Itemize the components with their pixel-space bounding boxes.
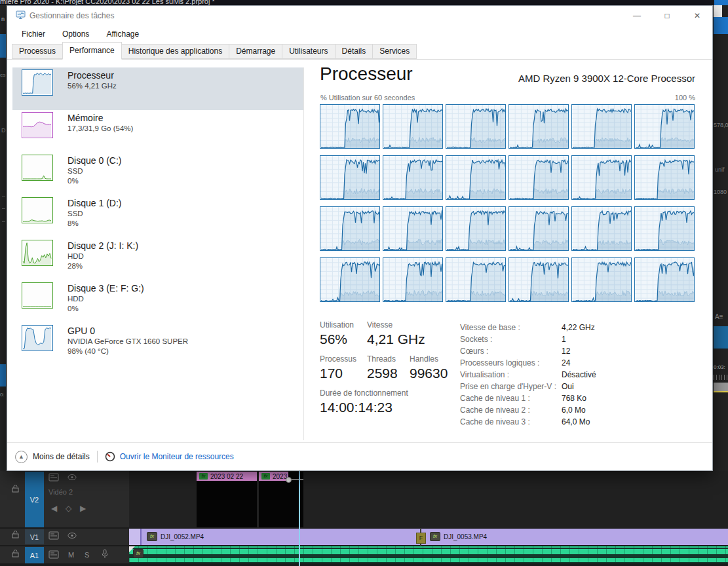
add-keyframe-icon[interactable]: ◇: [66, 504, 71, 513]
solo-track-button[interactable]: S: [85, 550, 89, 559]
sidebar-item-disque-2-j-i-k[interactable]: Disque 2 (J: I: K:)HDD28%: [12, 238, 303, 280]
toggle-track-output-eye-icon[interactable]: [67, 473, 77, 483]
graph-max-label: 100 %: [675, 94, 695, 102]
edge-fragment: 0:03:: [714, 364, 725, 370]
sidebar-item-processeur[interactable]: Processeur56% 4,21 GHz: [12, 67, 303, 110]
video-clip-2023-02-22[interactable]: fx 2023 02 22: [197, 472, 257, 481]
tm-title-bar[interactable]: Gestionnaire des tâches ― □ ✕: [7, 6, 712, 26]
track-target-v2[interactable]: V2: [25, 472, 44, 527]
audio-waveform-edge: [129, 546, 728, 548]
sidebar-mini-graph: [22, 155, 53, 181]
detail-label: Cache de niveau 1 :: [460, 394, 562, 403]
menu-options[interactable]: Options: [62, 29, 89, 39]
edge-yellow-line: [714, 391, 728, 392]
sidebar-item-disque-3-e-f-g[interactable]: Disque 3 (E: F: G:)HDD0%: [12, 280, 303, 323]
detail-cache-de-niveau-1: Cache de niveau 1 :768 Ko: [460, 392, 657, 404]
open-resource-monitor-link[interactable]: Ouvrir le Moniteur de ressources: [120, 452, 234, 461]
stat-label: Utilisation: [320, 320, 354, 330]
graph-axis-label: % Utilisation sur 60 secondes: [320, 94, 415, 102]
audio-waveform-band: [129, 558, 728, 562]
sidebar-item-text: GPU 0NVIDIA GeForce GTX 1660 SUPER98% (4…: [67, 325, 188, 356]
premiere-left-edge: n es D 0:: [0, 5, 7, 471]
lock-icon[interactable]: [12, 530, 19, 540]
edge-scroll-thumb[interactable]: [714, 383, 728, 391]
premiere-timeline: V2 Vidéo 2 ◀ ◇ ▶ V1 A1 M S fx 2023 02 22: [0, 471, 728, 566]
prev-keyframe-icon[interactable]: ◀: [51, 504, 57, 513]
detail-cache-de-niveau-2: Cache de niveau 2 :6,0 Mo: [460, 404, 657, 416]
tab-utilisateurs[interactable]: Utilisateurs: [282, 44, 335, 59]
premiere-right-edge: 578,0 unif 1080 A≡ 0:03:: [714, 5, 728, 471]
detail-value: 12: [562, 347, 570, 356]
panel-title: Processeur: [320, 64, 413, 85]
performance-panel: Processeur56% 4,21 GHzMémoire17,3/31,9 G…: [7, 60, 712, 443]
maximize-button[interactable]: □: [652, 6, 682, 26]
timeline-playhead[interactable]: [299, 471, 300, 566]
sidebar-mini-graph: [22, 197, 53, 223]
edge-tick: [2, 221, 5, 222]
fx-badge: fx: [133, 549, 144, 558]
tab-de-tails[interactable]: Détails: [335, 44, 374, 59]
sidebar-item-me-moire[interactable]: Mémoire17,3/31,9 Go (54%): [12, 110, 303, 153]
clip-edge: [140, 529, 142, 545]
timeline-style-icon[interactable]: [48, 550, 59, 561]
timeline-style-icon[interactable]: [48, 531, 59, 542]
sidebar-item-text: Disque 1 (D:)SSD8%: [67, 197, 121, 229]
stat-processus: Processus170: [320, 354, 356, 381]
cpu-model-name: AMD Ryzen 9 3900X 12-Core Processor: [518, 73, 695, 84]
edge-fragment: 578,0: [714, 122, 728, 128]
tab-de-marrage[interactable]: Démarrage: [229, 44, 282, 59]
track-name-video2[interactable]: Vidéo 2: [48, 488, 73, 496]
tab-services[interactable]: Services: [372, 44, 417, 59]
a1-audio-clip[interactable]: [129, 546, 728, 563]
chevron-up-icon[interactable]: ▲: [15, 451, 28, 463]
detail-value: 768 Ko: [562, 394, 586, 403]
stat-value: 4,21 GHz: [367, 331, 425, 347]
detail-value: 24: [562, 358, 570, 368]
tab-historique-des-applications[interactable]: Historique des applications: [121, 44, 229, 59]
next-keyframe-icon[interactable]: ▶: [80, 504, 86, 513]
voiceover-mic-icon[interactable]: [101, 549, 109, 561]
performance-sidebar: Processeur56% 4,21 GHzMémoire17,3/31,9 G…: [12, 67, 303, 366]
sidebar-item-disque-1-d[interactable]: Disque 1 (D:)SSD8%: [12, 195, 303, 238]
stat-value: 170: [320, 366, 356, 381]
mute-track-button[interactable]: M: [68, 550, 74, 559]
close-button[interactable]: ✕: [682, 6, 712, 26]
tab-processus[interactable]: Processus: [12, 44, 63, 59]
edge-white-block: [714, 5, 722, 17]
sidebar-item-detail: 28%: [67, 261, 138, 271]
minimize-button[interactable]: ―: [622, 6, 652, 26]
sidebar-item-gpu-0[interactable]: GPU 0NVIDIA GeForce GTX 1660 SUPER98% (4…: [12, 323, 303, 366]
fx-badge: fx: [430, 532, 440, 541]
timeline-style-icon[interactable]: [48, 473, 59, 483]
stat-utilisation: Utilisation56%: [320, 320, 354, 347]
panel-divider: [303, 67, 304, 440]
lock-icon[interactable]: [12, 549, 19, 559]
track-target-a1[interactable]: A1: [25, 547, 44, 563]
v1-clip-strip[interactable]: [129, 529, 728, 545]
sidebar-item-detail: HDD: [67, 294, 144, 304]
tab-performance[interactable]: Performance: [62, 42, 122, 60]
toggle-track-output-eye-icon[interactable]: [67, 531, 77, 542]
sidebar-mini-graph: [22, 325, 53, 351]
less-details-button[interactable]: Moins de détails: [33, 452, 90, 461]
track-target-v1[interactable]: V1: [25, 529, 44, 544]
menu-fichier[interactable]: Fichier: [22, 29, 45, 39]
edge-fragment: unif: [715, 166, 725, 173]
sidebar-item-disque-0-c[interactable]: Disque 0 (C:)SSD0%: [12, 153, 303, 195]
f-marker-badge[interactable]: F: [416, 533, 426, 544]
edge-fragment: 0:: [0, 392, 5, 398]
clip-label-dji0052: DJI_0052.MP4: [161, 533, 204, 540]
sidebar-item-name: Processeur: [67, 69, 117, 81]
premiere-titlebar-accent: [714, 0, 728, 5]
stat-label: Threads: [367, 354, 398, 364]
lock-icon[interactable]: [12, 484, 19, 495]
sidebar-mini-graph: [22, 69, 53, 96]
task-manager-window: Gestionnaire des tâches ― □ ✕ FichierOpt…: [7, 5, 713, 471]
video-clip-2023[interactable]: fx 2023: [259, 472, 288, 481]
menu-affichage[interactable]: Affichage: [106, 29, 139, 39]
detail-label: Processeurs logiques :: [460, 358, 562, 368]
track-separator: [0, 563, 728, 566]
edge-blue-block: [714, 326, 728, 349]
logical-processor-graphs[interactable]: [320, 104, 695, 302]
clip-keyframe-dot[interactable]: [286, 477, 292, 483]
